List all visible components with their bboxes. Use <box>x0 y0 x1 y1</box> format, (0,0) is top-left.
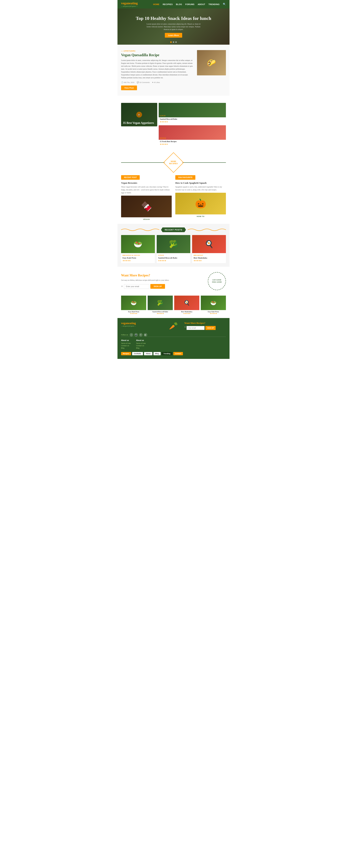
video-card[interactable]: ▶ 35 Best Vegan Appetizers <box>121 103 157 126</box>
divider-line-right <box>183 162 226 163</box>
social-youtube[interactable]: ▶ <box>144 333 147 337</box>
post-card-broccoli-category: LUNCH <box>158 254 189 256</box>
recipe-card-1-title: Sautéed Broccoli Rabe <box>159 117 226 120</box>
recipe-card-2-category: DINNER <box>160 137 166 139</box>
footer-col-1-title: About us <box>121 339 131 341</box>
hero-title: Top 10 Healthy Snack Ideas for lunch <box>136 16 211 21</box>
post-card-broccoli-title: Sautéed Broccoli Rabe <box>158 257 189 259</box>
post-card-broccoli-body: LUNCH Sautéed Broccoli Rabe ★★★★★ <box>157 253 190 263</box>
post-card-broccoli[interactable]: 🥦 LUNCH Sautéed Broccoli Rabe ★★★★★ <box>157 235 190 263</box>
nav-about[interactable]: ABOUT <box>198 3 205 5</box>
recent-post-tab[interactable]: RECENT POST <box>121 175 140 180</box>
badge-line1: EAT GOOD <box>212 279 222 281</box>
featured-category: APPETIZERS <box>121 50 193 52</box>
insta-card-3-title: Best Shakshuka <box>174 311 199 313</box>
footer-email-icon: ✉ <box>184 326 186 330</box>
nav-recipies[interactable]: RECIPIES <box>163 3 172 5</box>
social-pinterest[interactable]: P <box>139 333 143 337</box>
section-heading: RECENT POSTS <box>161 227 186 232</box>
video-overlay: 35 Best Vegan Appetizers <box>121 103 157 126</box>
fan-post-tab[interactable]: FAN FAVOURITE <box>175 175 195 180</box>
post-card-broccoli-stars: ★★★★★ <box>158 259 189 261</box>
recent-post-title: Vegan Brownies <box>121 182 172 184</box>
view-post-button[interactable]: View Post <box>121 86 137 90</box>
post-card-shakshuka-category: BREAKFAST <box>194 254 224 256</box>
post-card-pesto[interactable]: 🥗 DRESSINGS & SAUCES Easy Kale Pesto ★★★… <box>121 235 155 263</box>
footer-links: About us Terms of Use Contact Us Blog Ab… <box>121 337 226 349</box>
insta-card-4[interactable]: 🥗 Easy Kale Pesto ★★★★★ <box>201 296 226 314</box>
recipe-card-1-category: LUNCH <box>160 115 165 117</box>
post-card-shakshuka-title: Best Shakshuka <box>194 257 224 259</box>
social-instagram[interactable]: 📷 <box>134 333 138 337</box>
footer-link-blog-1[interactable]: Blog <box>121 347 131 349</box>
insta-card-3[interactable]: 🍳 Best Shakshuka ★★★★★ <box>174 296 199 314</box>
insta-card-1-stars: ★★★★★ <box>121 313 146 314</box>
footer-col-1: About us Terms of Use Contact Us Blog <box>121 339 131 349</box>
social-facebook[interactable]: f <box>130 333 133 337</box>
footer-signup-button[interactable]: SIGN UP <box>205 326 216 330</box>
footer-logo-text: veganeating <box>121 322 163 325</box>
tag-recipes[interactable]: Recipes <box>121 352 131 355</box>
more-diamond-inner: MORERECIPIES <box>169 160 178 165</box>
tag-blog[interactable]: Blog <box>153 352 161 355</box>
featured-title: Vegan Quesadilla Recipe <box>121 53 193 57</box>
wave-right <box>188 228 226 231</box>
featured-body: Lorem ipsum dolor sit amet, consectetur … <box>121 59 193 79</box>
more-diamond[interactable]: MORERECIPIES <box>163 152 184 173</box>
footer: veganeating — eat green feel green — 🥕 W… <box>118 318 229 359</box>
search-icon[interactable]: 🔍 <box>223 3 226 6</box>
fan-post-title: How to Cook Spaghetti Squash <box>175 182 226 184</box>
tag-about[interactable]: About <box>144 352 152 355</box>
post-card-shakshuka-body: BREAKFAST Best Shakshuka ★★★★★ <box>192 253 226 263</box>
newsletter-email-input[interactable] <box>124 284 149 289</box>
hero-dot-1[interactable] <box>170 41 172 43</box>
instagram-posts: 🥗 Easy Kale Pesto ★★★★★ 🥦 Sautéed Brocco… <box>118 296 229 318</box>
nav-blog[interactable]: BLOG <box>176 3 182 5</box>
nav-home[interactable]: HOME <box>153 3 159 5</box>
recipe-card-1[interactable]: LUNCH Sautéed Broccoli Rabe ★★★★★ <box>159 103 226 124</box>
post-card-shakshuka-image: 🍳 <box>192 235 226 253</box>
footer-link-blog-2[interactable]: Blog <box>136 347 146 349</box>
footer-link-terms-2[interactable]: Terms of Use <box>136 342 146 344</box>
divider-line-left <box>121 162 164 163</box>
tag-trending[interactable]: Trending <box>162 352 172 355</box>
footer-illustration: 🥕 <box>166 322 181 330</box>
post-card-shakshuka[interactable]: 🍳 BREAKFAST Best Shakshuka ★★★★★ <box>192 235 226 263</box>
recent-post-category: VEGAN <box>121 218 172 220</box>
nav-forums[interactable]: FORUMS <box>185 3 194 5</box>
footer-top: veganeating — eat green feel green — 🥕 W… <box>121 322 226 330</box>
insta-card-2[interactable]: 🥦 Sautéed Broccoli Rabe ★★★★★ <box>148 296 173 314</box>
newsletter-section: Want More Recipes? Get easy-to-follow, d… <box>118 267 229 296</box>
recipe-card-2-stars: ★★★★★ <box>159 143 226 146</box>
insta-row: 🥗 Easy Kale Pesto ★★★★★ 🥦 Sautéed Brocco… <box>121 296 226 314</box>
footer-logo-vegan: vegan <box>121 322 128 325</box>
logo-tagline: — eat green feel green — <box>121 5 138 7</box>
hero-description: Lorem ipsum dolor sit amet, consectetur … <box>145 23 202 31</box>
footer-form: ✉ SIGN UP <box>184 326 226 330</box>
footer-link-contact-2[interactable]: Contact Us <box>136 345 146 347</box>
logo-eating: eating <box>129 1 138 5</box>
food-image-placeholder: 🌮 <box>197 50 226 75</box>
footer-link-terms-1[interactable]: Terms of Use <box>121 342 131 344</box>
tag-cocktails[interactable]: Cocktails <box>132 352 143 355</box>
badge-line2: FEEL GOOD <box>212 281 222 283</box>
recipe-cards: LUNCH Sautéed Broccoli Rabe ★★★★★ DINNER… <box>159 103 226 146</box>
hero-dot-3[interactable] <box>175 41 177 43</box>
newsletter-signup-button[interactable]: SIGN UP <box>150 284 165 289</box>
nav-trending[interactable]: TRENDING <box>209 3 220 5</box>
insta-card-1[interactable]: 🥗 Easy Kale Pesto ★★★★★ <box>121 296 146 314</box>
footer-email-input[interactable] <box>187 326 204 330</box>
wave-left <box>121 228 159 231</box>
footer-newsletter: Want More Recipes? ✉ SIGN UP <box>184 322 226 330</box>
footer-col-2-title: About us <box>136 339 146 341</box>
hero-cta-button[interactable]: Learn More <box>165 33 182 38</box>
footer-link-contact-1[interactable]: Contact Us <box>121 345 131 347</box>
tag-contact[interactable]: Contact <box>173 352 183 355</box>
featured-text: APPETIZERS Vegan Quesadilla Recipe Lorem… <box>121 50 193 90</box>
hero-dot-2[interactable] <box>173 41 174 43</box>
fan-post-body: Spaghetti squash is such a fun, underrat… <box>175 186 226 191</box>
recipe-card-2[interactable]: DINNER 15 Fresh Beet Recipes ★★★★★ <box>159 125 226 146</box>
recipe-card-1-image: LUNCH <box>159 103 226 117</box>
fan-post-image: 🎃 <box>175 193 226 214</box>
recent-post-col: RECENT POST Vegan Brownies These vegan b… <box>121 175 172 220</box>
